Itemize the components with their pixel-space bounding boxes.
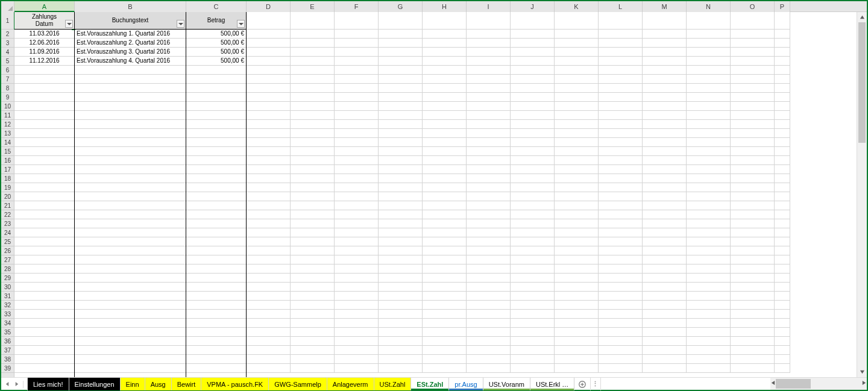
empty-cell[interactable] [643, 255, 687, 264]
scroll-right-button[interactable] [861, 378, 867, 388]
empty-cell[interactable] [467, 246, 511, 255]
empty-cell[interactable] [423, 228, 467, 237]
empty-cell[interactable] [511, 183, 555, 192]
empty-cell[interactable] [247, 319, 291, 328]
empty-cell[interactable] [467, 219, 511, 228]
data-cell[interactable]: 11.03.2016 [14, 30, 75, 39]
empty-cell[interactable] [687, 292, 731, 301]
scroll-up-button[interactable] [857, 12, 867, 22]
empty-cell[interactable] [467, 57, 511, 66]
empty-cell[interactable] [186, 237, 247, 246]
empty-cell[interactable] [247, 201, 291, 210]
empty-cell[interactable] [775, 48, 790, 57]
empty-cell[interactable] [775, 84, 790, 93]
empty-cell[interactable] [379, 147, 423, 156]
empty-cell[interactable] [731, 210, 775, 219]
empty-cell[interactable] [14, 147, 75, 156]
empty-cell[interactable] [186, 165, 247, 174]
empty-cell[interactable] [731, 264, 775, 274]
empty-cell[interactable] [511, 237, 555, 246]
empty-cell[interactable] [687, 138, 731, 147]
empty-cell[interactable] [599, 129, 643, 138]
data-cell[interactable]: 500,00 € [186, 39, 247, 48]
row-header[interactable]: 38 [1, 355, 14, 364]
empty-cell[interactable] [14, 129, 75, 138]
empty-cell[interactable] [775, 165, 790, 174]
empty-cell[interactable] [291, 274, 335, 283]
empty-cell[interactable] [687, 174, 731, 183]
empty-cell[interactable] [14, 274, 75, 283]
column-header-M[interactable]: M [643, 1, 687, 12]
data-cell[interactable]: Est.Vorauszahlung 4. Quartal 2016 [75, 57, 186, 66]
empty-cell[interactable] [186, 246, 247, 255]
empty-cell[interactable] [599, 264, 643, 274]
empty-cell[interactable] [335, 228, 379, 237]
empty-cell[interactable] [775, 237, 790, 246]
row-header[interactable]: 15 [1, 147, 14, 156]
empty-cell[interactable] [75, 165, 186, 174]
empty-cell[interactable] [14, 283, 75, 292]
empty-cell[interactable] [247, 147, 291, 156]
empty-cell[interactable] [687, 237, 731, 246]
empty-cell[interactable] [423, 201, 467, 210]
empty-cell[interactable] [423, 183, 467, 192]
empty-cell[interactable] [599, 355, 643, 364]
empty-cell[interactable] [379, 66, 423, 75]
empty-cell[interactable] [555, 174, 599, 183]
empty-cell[interactable] [599, 30, 643, 39]
empty-cell[interactable] [555, 319, 599, 328]
sheet-tab[interactable]: ESt.Zahl [411, 378, 449, 390]
empty-cell[interactable] [247, 66, 291, 75]
empty-cell[interactable] [687, 192, 731, 201]
empty-cell[interactable] [291, 346, 335, 355]
empty-cell[interactable] [379, 219, 423, 228]
empty-cell[interactable] [186, 120, 247, 129]
empty-cell[interactable] [687, 165, 731, 174]
empty-cell[interactable] [643, 147, 687, 156]
empty-cell[interactable] [247, 30, 291, 39]
empty-cell[interactable] [423, 274, 467, 283]
empty-cell[interactable] [643, 210, 687, 219]
empty-cell[interactable] [291, 12, 335, 30]
empty-cell[interactable] [687, 355, 731, 364]
empty-cell[interactable] [599, 246, 643, 255]
vertical-scroll-thumb[interactable] [858, 22, 866, 143]
empty-cell[interactable] [423, 237, 467, 246]
empty-cell[interactable] [555, 346, 599, 355]
empty-cell[interactable] [467, 210, 511, 219]
empty-cell[interactable] [247, 174, 291, 183]
row-header[interactable]: 31 [1, 292, 14, 301]
empty-cell[interactable] [731, 156, 775, 165]
empty-cell[interactable] [599, 255, 643, 264]
empty-cell[interactable] [599, 319, 643, 328]
empty-cell[interactable] [467, 364, 511, 373]
empty-cell[interactable] [75, 120, 186, 129]
empty-cell[interactable] [643, 129, 687, 138]
horizontal-scrollbar[interactable] [770, 378, 867, 390]
empty-cell[interactable] [247, 165, 291, 174]
empty-cell[interactable] [687, 264, 731, 274]
empty-cell[interactable] [291, 165, 335, 174]
sheet-nav-buttons[interactable] [1, 378, 28, 390]
empty-cell[interactable] [467, 111, 511, 120]
empty-cell[interactable] [511, 337, 555, 346]
empty-cell[interactable] [467, 138, 511, 147]
empty-cell[interactable] [687, 346, 731, 355]
empty-cell[interactable] [423, 102, 467, 111]
empty-cell[interactable] [247, 93, 291, 102]
empty-cell[interactable] [379, 355, 423, 364]
empty-cell[interactable] [775, 292, 790, 301]
row-header[interactable]: 18 [1, 174, 14, 183]
empty-cell[interactable] [14, 210, 75, 219]
empty-cell[interactable] [775, 301, 790, 310]
row-header[interactable]: 30 [1, 283, 14, 292]
row-header[interactable]: 39 [1, 364, 14, 373]
empty-cell[interactable] [335, 292, 379, 301]
empty-cell[interactable] [467, 75, 511, 84]
empty-cell[interactable] [643, 183, 687, 192]
row-header[interactable]: 2 [1, 30, 14, 39]
empty-cell[interactable] [379, 319, 423, 328]
empty-cell[interactable] [75, 147, 186, 156]
empty-cell[interactable] [379, 165, 423, 174]
empty-cell[interactable] [75, 75, 186, 84]
